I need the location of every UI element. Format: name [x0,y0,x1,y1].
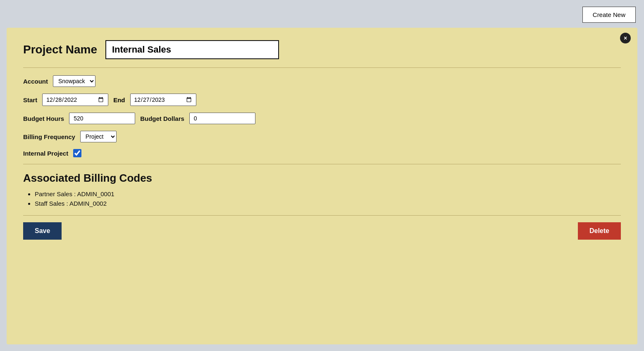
end-date-input[interactable] [130,94,196,106]
billing-frequency-row: Billing Frequency Project Monthly Weekly [23,131,621,142]
start-date-input[interactable] [42,94,108,106]
bottom-bar: Save Delete [23,215,621,240]
billing-frequency-label: Billing Frequency [23,133,75,140]
divider-2 [23,164,621,164]
close-button[interactable]: × [620,33,631,43]
budget-hours-input[interactable] [69,113,135,124]
form-card: × Project Name Account Snowpack Start En… [7,28,637,344]
divider-1 [23,67,621,68]
internal-project-checkbox[interactable] [73,149,81,157]
budget-dollars-label: Budget Dollars [140,115,184,122]
budget-hours-label: Budget Hours [23,115,64,122]
save-button[interactable]: Save [23,222,62,240]
create-new-button[interactable]: Create New [582,7,636,23]
internal-project-row: Internal Project [23,149,621,157]
project-name-input[interactable] [105,40,279,59]
budget-dollars-input[interactable] [189,113,255,124]
start-label: Start [23,96,37,103]
date-row: Start End [23,94,621,106]
account-select[interactable]: Snowpack [53,75,95,87]
billing-code-item-1: Partner Sales : ADMIN_0001 [35,190,621,197]
billing-code-item-2: Staff Sales : ADMIN_0002 [35,200,621,207]
account-row: Account Snowpack [23,75,621,87]
account-label: Account [23,78,48,85]
billing-codes-list: Partner Sales : ADMIN_0001 Staff Sales :… [23,190,621,207]
billing-frequency-select[interactable]: Project Monthly Weekly [80,131,117,142]
internal-project-label: Internal Project [23,150,68,157]
top-bar: Create New [7,7,637,23]
project-name-row: Project Name [23,40,621,59]
end-label: End [113,96,125,103]
associated-billing-title: Associated Billing Codes [23,172,621,185]
budget-row: Budget Hours Budget Dollars [23,113,621,124]
delete-button[interactable]: Delete [578,222,621,240]
project-name-label: Project Name [23,43,97,56]
